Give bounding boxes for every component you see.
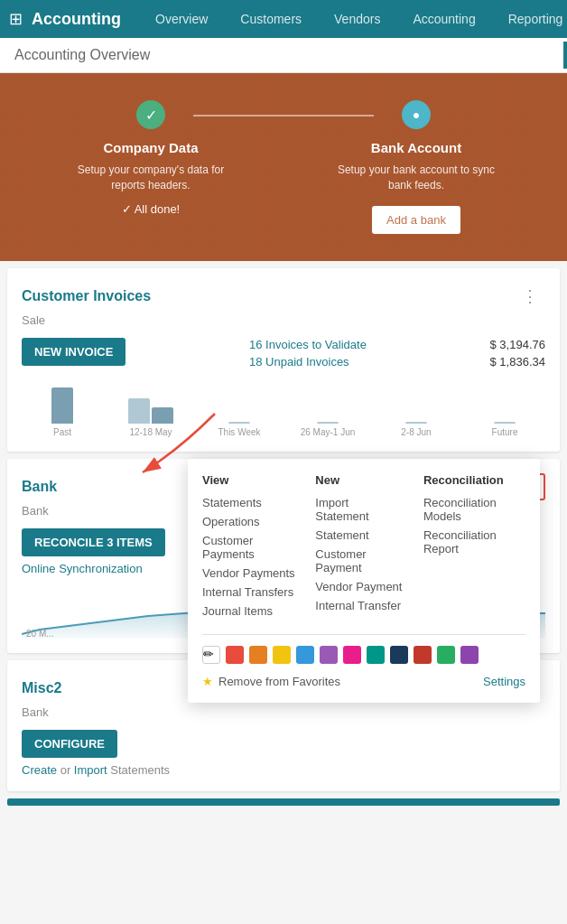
invoice-menu-button[interactable]: ⋮ bbox=[515, 283, 545, 310]
setup-step-bank: ● Bank Account Setup your bank account t… bbox=[326, 100, 507, 234]
swatch-orange[interactable] bbox=[249, 646, 267, 664]
statements-text: Statements bbox=[110, 763, 170, 777]
card-subtitle: Sale bbox=[22, 313, 545, 327]
unpaid-invoices-link[interactable]: 18 Unpaid Invoices bbox=[249, 355, 367, 369]
dropdown-footer: ★ Remove from Favorites Settings bbox=[202, 675, 525, 688]
import-link[interactable]: Import bbox=[74, 763, 107, 777]
swatch-blue[interactable] bbox=[296, 646, 314, 664]
view-journal-items[interactable]: Journal Items bbox=[202, 604, 297, 618]
bar-may-items bbox=[128, 398, 173, 424]
view-vendor-payments[interactable]: Vendor Payments bbox=[202, 566, 297, 580]
nav-reporting[interactable]: Reporting bbox=[501, 8, 567, 30]
brand-name: Accounting bbox=[32, 10, 121, 29]
settings-link[interactable]: Settings bbox=[483, 675, 525, 688]
bank-card-wrapper: Bank ⋮ Bank RECONCILE 3 ITEMS Online Syn… bbox=[0, 459, 567, 653]
new-statement[interactable]: Statement bbox=[315, 528, 405, 542]
bar-thisweek: This Week bbox=[199, 422, 280, 437]
view-customer-payments[interactable]: Customer Payments bbox=[202, 534, 297, 561]
favorite-label[interactable]: ★ Remove from Favorites bbox=[202, 675, 340, 688]
dropdown-columns: View Statements Operations Customer Paym… bbox=[202, 473, 525, 623]
create-link[interactable]: Create bbox=[22, 763, 57, 777]
swatch-violet[interactable] bbox=[460, 646, 479, 664]
step2-circle: ● bbox=[402, 100, 431, 129]
step2-dot-icon: ● bbox=[413, 107, 420, 122]
grid-icon[interactable]: ⊞ bbox=[9, 9, 23, 29]
add-bank-button[interactable]: Add a bank bbox=[372, 206, 460, 234]
bar-may-item2 bbox=[152, 407, 173, 424]
checkmark-icon: ✓ bbox=[145, 107, 157, 124]
view-col-title: View bbox=[202, 473, 297, 487]
step1-desc: Setup your company's data for reports he… bbox=[60, 163, 241, 193]
recon-report[interactable]: Reconciliation Report bbox=[423, 528, 525, 555]
bar-thisweek-label: This Week bbox=[218, 427, 260, 437]
title-bar-accent bbox=[563, 42, 567, 69]
bar-may-item1 bbox=[128, 398, 150, 424]
page-title: Accounting Overview bbox=[14, 47, 150, 63]
color-swatches: ✏ bbox=[202, 646, 525, 664]
new-internal-transfer[interactable]: Internal Transfer bbox=[315, 599, 405, 612]
nav-accounting[interactable]: Accounting bbox=[405, 8, 482, 30]
recon-models[interactable]: Reconciliation Models bbox=[423, 496, 525, 523]
top-navigation: ⊞ Accounting Overview Customers Vendors … bbox=[0, 0, 567, 38]
swatch-green[interactable] bbox=[437, 646, 455, 664]
remove-fav-text: Remove from Favorites bbox=[218, 675, 340, 688]
bar-thisweek-item bbox=[228, 422, 250, 424]
recon-column: Reconciliation Reconciliation Models Rec… bbox=[423, 473, 525, 623]
card-title: Customer Invoices bbox=[22, 288, 151, 304]
amount1: $ 3,194.76 bbox=[490, 338, 545, 351]
swatch-teal[interactable] bbox=[367, 646, 385, 664]
amount2: $ 1,836.34 bbox=[490, 355, 545, 369]
bar-may26-label: 26 May-1 Jun bbox=[301, 427, 356, 437]
create-import-links: Create or Import Statements bbox=[22, 763, 545, 777]
swatch-yellow[interactable] bbox=[273, 646, 291, 664]
new-vendor-payment[interactable]: Vendor Payment bbox=[315, 580, 405, 593]
swatch-purple[interactable] bbox=[320, 646, 338, 664]
customer-invoices-card: Customer Invoices ⋮ Sale NEW INVOICE 16 … bbox=[7, 268, 560, 452]
nav-overview[interactable]: Overview bbox=[148, 8, 215, 30]
step2-title: Bank Account bbox=[326, 140, 507, 155]
bar-may26-item bbox=[317, 422, 339, 424]
bank-dropdown-menu: View Statements Operations Customer Paym… bbox=[188, 459, 540, 703]
step1-done: ✓ All done! bbox=[60, 202, 241, 216]
new-customer-payment[interactable]: Customer Payment bbox=[315, 547, 405, 574]
recon-col-title: Reconciliation bbox=[423, 473, 525, 487]
star-icon: ★ bbox=[202, 675, 213, 688]
swatch-pink[interactable] bbox=[343, 646, 361, 664]
nav-customers[interactable]: Customers bbox=[233, 8, 309, 30]
view-operations[interactable]: Operations bbox=[202, 515, 297, 528]
nav-vendors[interactable]: Vendors bbox=[327, 8, 387, 30]
invoice-amounts: $ 3,194.76 $ 1,836.34 bbox=[490, 338, 545, 372]
bar-past: Past bbox=[22, 387, 103, 437]
view-internal-transfers[interactable]: Internal Transfers bbox=[202, 585, 297, 599]
step1-title: Company Data bbox=[60, 140, 241, 155]
bar-past-item1 bbox=[51, 387, 73, 424]
bar-may26: 26 May-1 Jun bbox=[287, 422, 368, 437]
swatch-red[interactable] bbox=[226, 646, 244, 664]
swatch-darkred[interactable] bbox=[414, 646, 432, 664]
step1-circle: ✓ bbox=[136, 100, 165, 129]
swatch-navy[interactable] bbox=[390, 646, 408, 664]
or-separator: or bbox=[60, 763, 74, 777]
dropdown-divider bbox=[202, 634, 525, 635]
configure-button[interactable]: CONFIGURE bbox=[22, 730, 117, 758]
view-column: View Statements Operations Customer Paym… bbox=[202, 473, 297, 623]
new-invoice-button[interactable]: NEW INVOICE bbox=[22, 338, 125, 366]
bar-future: Future bbox=[464, 422, 545, 437]
nav-links: Overview Customers Vendors Accounting Re… bbox=[148, 8, 567, 30]
new-import-statement[interactable]: Import Statement bbox=[315, 496, 405, 523]
new-column: New Import Statement Statement Customer … bbox=[315, 473, 405, 623]
bar-future-item bbox=[494, 422, 516, 424]
invoices-to-validate-link[interactable]: 16 Invoices to Validate bbox=[249, 338, 367, 351]
misc2-card-title: Misc2 bbox=[22, 680, 61, 696]
card-header: Customer Invoices ⋮ bbox=[22, 283, 545, 310]
new-col-title: New bbox=[315, 473, 405, 487]
view-statements[interactable]: Statements bbox=[202, 496, 297, 509]
invoice-links: 16 Invoices to Validate 18 Unpaid Invoic… bbox=[249, 338, 367, 372]
reconcile-button[interactable]: RECONCILE 3 ITEMS bbox=[22, 528, 165, 556]
bank-card-title: Bank bbox=[22, 479, 57, 495]
swatch-edit[interactable]: ✏ bbox=[202, 646, 220, 664]
misc2-card-subtitle: Bank bbox=[22, 705, 545, 719]
bar-jun2: 2-8 Jun bbox=[376, 422, 457, 437]
bar-may-label: 12-18 May bbox=[129, 427, 172, 437]
invoice-bar-chart: Past 12-18 May This Week 26 May-1 Jun 2-… bbox=[22, 383, 545, 437]
